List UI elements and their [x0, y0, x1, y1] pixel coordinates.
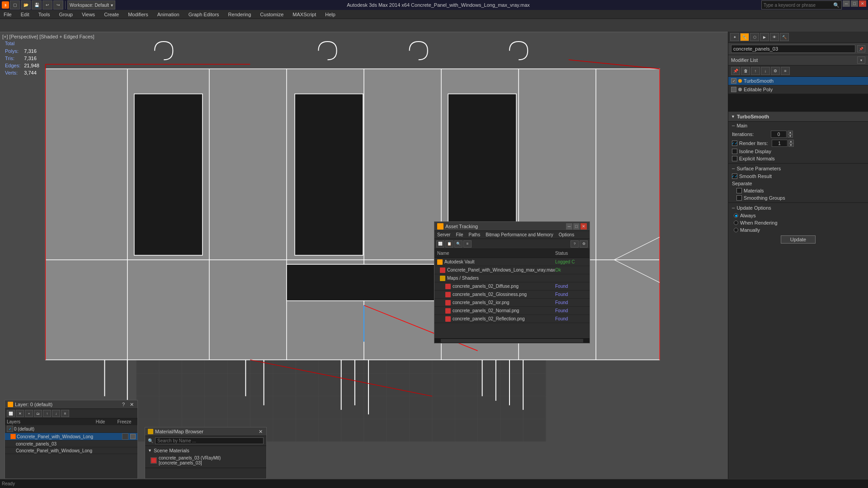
asset-btn-4[interactable]: ≡	[463, 240, 472, 248]
menu-help[interactable]: Help	[323, 11, 337, 18]
surface-params-subsection[interactable]: ─ Surface Parameters	[728, 164, 868, 173]
layer-toolbar-btn-7[interactable]: ≡	[61, 410, 69, 417]
main-subsection[interactable]: ─ Main	[728, 122, 868, 130]
asset-scrollbar[interactable]	[434, 338, 590, 343]
asset-menu-bitmap[interactable]: Bitmap Performance and Memory	[486, 232, 553, 237]
smoothing-groups-checkbox[interactable]	[736, 195, 742, 201]
menu-modifiers[interactable]: Modifiers	[126, 11, 150, 18]
asset-row-diffuse[interactable]: concrete_panels_02_Diffuse.png Found	[434, 282, 590, 291]
new-btn[interactable]: ▢	[10, 0, 20, 9]
layer-default-check[interactable]: ✓	[7, 426, 13, 432]
asset-row-normal[interactable]: concrete_panels_02_Normal.png Found	[434, 307, 590, 315]
layer-row-concrete-long-2[interactable]: Concrete_Panel_with_Windows_Long	[5, 447, 137, 454]
scene-materials-header[interactable]: ▼ Scene Materials	[148, 447, 264, 454]
material-item-1[interactable]: concrete_panels_03 (VRayMtl) [concrete_p…	[148, 454, 264, 467]
tab-create[interactable]: ✦	[730, 33, 739, 41]
material-search-input[interactable]	[155, 437, 264, 444]
maximize-btn[interactable]: □	[851, 0, 858, 7]
menu-maxscript[interactable]: MAXScript	[291, 11, 318, 18]
asset-row-ior[interactable]: concrete_panels_02_ior.png Found	[434, 299, 590, 307]
iterations-down[interactable]: ▼	[788, 134, 793, 138]
asset-row-max-file[interactable]: Concrete_Panel_with_Windows_Long_max_vra…	[434, 266, 590, 274]
isoline-checkbox[interactable]	[732, 149, 737, 154]
asset-menu-paths[interactable]: Paths	[469, 232, 481, 237]
layer-toolbar-btn-2[interactable]: ✕	[16, 410, 24, 417]
render-iters-input[interactable]	[772, 140, 788, 147]
iterations-spinner[interactable]: ▲ ▼	[771, 131, 793, 138]
layer-toolbar-btn-3[interactable]: +	[25, 410, 33, 417]
update-button[interactable]: Update	[781, 235, 816, 244]
when-rendering-radio[interactable]	[734, 221, 738, 225]
asset-maximize-btn[interactable]: □	[573, 223, 580, 230]
layer-row-concrete-long[interactable]: Concrete_Panel_with_Windows_Long	[5, 433, 137, 441]
layer-toolbar-btn-5[interactable]: ↑	[43, 410, 51, 417]
asset-btn-6[interactable]: ⚙	[580, 240, 588, 248]
close-btn[interactable]: ✕	[859, 0, 866, 7]
modifier-editable-poly[interactable]: Editable Poly	[728, 85, 868, 94]
layer-close-btn[interactable]: ✕	[128, 401, 135, 408]
render-iters-spinner[interactable]: ▲ ▼	[772, 140, 794, 147]
menu-edit[interactable]: Edit	[19, 11, 31, 18]
asset-hscroll-track[interactable]	[441, 339, 583, 343]
layer-toolbar-btn-1[interactable]: ⬜	[7, 410, 15, 417]
render-iters-checkbox[interactable]: ✓	[732, 141, 737, 146]
menu-group[interactable]: Group	[57, 11, 75, 18]
iterations-input[interactable]	[771, 131, 787, 138]
explicit-normals-checkbox[interactable]	[732, 156, 737, 161]
iterations-up[interactable]: ▲	[788, 131, 793, 134]
redo-btn[interactable]: ↪	[53, 0, 63, 9]
editable-poly-active-checkbox[interactable]	[731, 87, 736, 92]
menu-graph-editors[interactable]: Graph Editors	[187, 11, 221, 18]
render-iters-down[interactable]: ▼	[788, 143, 794, 147]
menu-file[interactable]: File	[2, 11, 14, 18]
material-close-btn[interactable]: ✕	[257, 428, 264, 435]
layer-toolbar-btn-6[interactable]: ↓	[52, 410, 60, 417]
asset-row-vault[interactable]: Autodesk Vault Logged C	[434, 258, 590, 266]
asset-menu-server[interactable]: Server	[437, 232, 450, 237]
asset-btn-5[interactable]: ?	[571, 240, 579, 248]
turbosmooth-active-checkbox[interactable]: ✓	[731, 78, 736, 84]
asset-row-reflection[interactable]: concrete_panels_02_Reflection.png Found	[434, 315, 590, 323]
menu-views[interactable]: Views	[80, 11, 97, 18]
pin-btn[interactable]: 📌	[857, 45, 865, 52]
more-btn[interactable]: ≡	[781, 67, 790, 75]
search-box[interactable]: 🔍	[761, 0, 842, 9]
asset-close-btn[interactable]: ✕	[580, 223, 587, 230]
search-input[interactable]	[764, 3, 831, 8]
configure-btn[interactable]: ⚙	[771, 67, 780, 75]
undo-btn[interactable]: ↩	[42, 0, 52, 9]
asset-btn-1[interactable]: ⬜	[436, 240, 444, 248]
menu-customize[interactable]: Customize	[258, 11, 285, 18]
asset-btn-2[interactable]: 📋	[445, 240, 453, 248]
render-iters-up[interactable]: ▲	[788, 140, 794, 143]
menu-create[interactable]: Create	[102, 11, 121, 18]
asset-btn-3[interactable]: 🔍	[454, 240, 462, 248]
move-up-btn[interactable]: ↑	[751, 67, 760, 75]
update-options-subsection[interactable]: ─ Update Options	[728, 204, 868, 212]
layer-help-btn[interactable]: ?	[120, 401, 127, 408]
asset-menu-options[interactable]: Options	[559, 232, 574, 237]
menu-rendering[interactable]: Rendering	[226, 11, 253, 18]
pin-modifier-btn[interactable]: 📌	[731, 67, 740, 75]
turbosmooth-section-header[interactable]: ▼ TurboSmooth	[728, 112, 868, 122]
materials-checkbox[interactable]	[736, 188, 742, 193]
delete-modifier-btn[interactable]: 🗑	[741, 67, 750, 75]
workspace-dropdown[interactable]: Workspace: Default ▾	[67, 0, 115, 9]
smooth-result-checkbox[interactable]: ✓	[732, 174, 737, 179]
manually-radio[interactable]	[734, 228, 738, 232]
tab-hierarchy[interactable]: ⬡	[750, 33, 759, 41]
layer-row-panels-03[interactable]: concrete_panels_03	[5, 441, 137, 447]
move-down-btn[interactable]: ↓	[761, 67, 770, 75]
open-btn[interactable]: 📂	[21, 0, 31, 9]
minimize-btn[interactable]: ─	[843, 0, 850, 7]
tab-utilities[interactable]: 🔨	[780, 33, 789, 41]
menu-animation[interactable]: Animation	[156, 11, 181, 18]
always-radio[interactable]	[734, 213, 738, 218]
object-name-input[interactable]	[731, 45, 855, 53]
menu-tools[interactable]: Tools	[37, 11, 52, 18]
asset-row-glossiness[interactable]: concrete_panels_02_Glossiness.png Found	[434, 291, 590, 299]
tab-motion[interactable]: ▶	[760, 33, 769, 41]
asset-minimize-btn[interactable]: ─	[566, 223, 572, 230]
modifier-dropdown-btn[interactable]: ▾	[857, 56, 865, 64]
layer-row-default[interactable]: ✓ 0 (default)	[5, 425, 137, 433]
